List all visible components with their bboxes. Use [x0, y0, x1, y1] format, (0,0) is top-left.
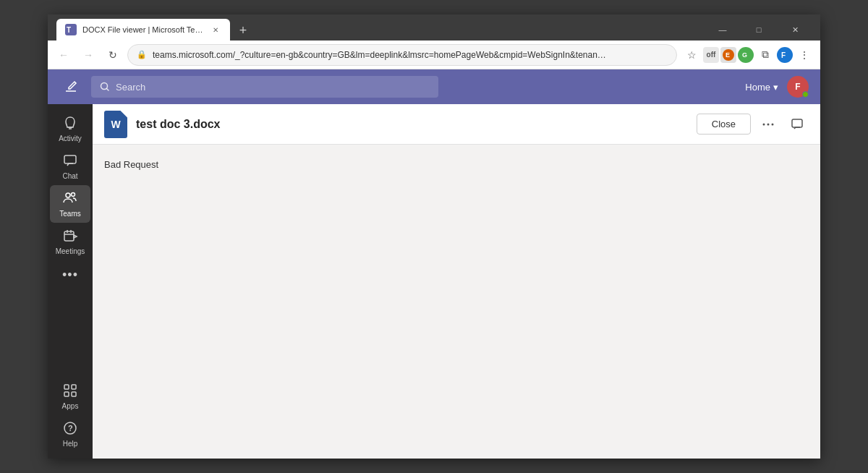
- extensions-button[interactable]: ⧉: [755, 45, 775, 65]
- back-button[interactable]: ←: [54, 45, 74, 65]
- home-button[interactable]: Home ▾: [745, 82, 778, 93]
- sidebar-teams-label: Teams: [59, 210, 80, 218]
- svg-text:E: E: [726, 51, 730, 59]
- window-controls: — □ ✕: [706, 19, 812, 41]
- sidebar-item-help[interactable]: ? Help: [50, 415, 90, 453]
- word-icon: W: [104, 111, 127, 138]
- svg-point-11: [72, 193, 75, 197]
- ext-icon-2[interactable]: E: [720, 47, 736, 63]
- document-actions: Close: [697, 113, 809, 136]
- chat-icon: [62, 153, 78, 171]
- document-body: Bad Request: [93, 145, 820, 459]
- document-header: W test doc 3.docx Close: [93, 104, 820, 145]
- teams-body: Activity Chat: [48, 104, 820, 459]
- sidebar-apps-label: Apps: [62, 402, 79, 410]
- meetings-icon: [62, 228, 78, 246]
- svg-rect-15: [64, 392, 69, 396]
- apps-icon: [62, 383, 78, 401]
- svg-rect-9: [64, 155, 76, 163]
- help-icon: ?: [62, 420, 78, 438]
- minimize-button[interactable]: —: [706, 19, 739, 41]
- search-bar[interactable]: Search: [91, 76, 438, 98]
- menu-button[interactable]: ⋮: [794, 45, 814, 65]
- svg-point-21: [772, 123, 774, 125]
- teams-content: W test doc 3.docx Close: [93, 104, 820, 459]
- sidebar-chat-label: Chat: [62, 172, 77, 180]
- sidebar-more-button[interactable]: •••: [50, 260, 90, 289]
- browser-toolbar: ← → ↻ 🔒 teams.microsoft.com/_?culture=en…: [48, 41, 820, 69]
- tab-favicon: T: [65, 24, 77, 35]
- maximize-button[interactable]: □: [742, 19, 775, 41]
- tab-close-button[interactable]: ✕: [210, 24, 221, 35]
- teams-header: Search Home ▾ F: [48, 69, 820, 104]
- svg-text:F: F: [781, 51, 786, 59]
- svg-point-20: [767, 123, 770, 125]
- ext-icon-3[interactable]: G: [738, 47, 754, 63]
- address-bar[interactable]: 🔒 teams.microsoft.com/_?culture=en-gb&co…: [127, 44, 677, 66]
- new-tab-button[interactable]: +: [233, 20, 253, 41]
- sidebar-activity-label: Activity: [59, 135, 82, 142]
- refresh-button[interactable]: ↻: [103, 45, 123, 65]
- tab-title: DOCX File viewer | Microsoft Tea…: [82, 25, 204, 34]
- sidebar-item-meetings[interactable]: Meetings: [50, 223, 90, 260]
- sidebar-help-label: Help: [63, 440, 78, 448]
- user-avatar[interactable]: F: [787, 76, 809, 98]
- svg-text:G: G: [742, 51, 747, 59]
- document-title: test doc 3.docx: [136, 118, 688, 131]
- compose-button[interactable]: [59, 75, 82, 98]
- lock-icon: 🔒: [137, 50, 147, 59]
- tab-bar: T DOCX File viewer | Microsoft Tea… ✕ + …: [48, 14, 820, 41]
- comment-button[interactable]: [786, 113, 809, 136]
- more-options-button[interactable]: [757, 113, 780, 136]
- status-indicator: [802, 91, 809, 98]
- svg-rect-13: [64, 385, 69, 389]
- svg-rect-16: [72, 392, 76, 396]
- close-document-button[interactable]: Close: [697, 114, 751, 135]
- teams-app: Search Home ▾ F: [48, 69, 820, 459]
- svg-text:T: T: [67, 26, 71, 34]
- forward-button[interactable]: →: [78, 45, 98, 65]
- sidebar-item-chat[interactable]: Chat: [50, 148, 90, 185]
- sidebar-meetings-label: Meetings: [56, 247, 85, 255]
- sidebar-item-teams[interactable]: Teams: [50, 185, 90, 223]
- svg-rect-14: [72, 385, 76, 389]
- sidebar-item-apps[interactable]: Apps: [50, 378, 90, 415]
- toolbar-icons: ☆ off E G ⧉ F ⋮: [681, 45, 814, 65]
- activity-icon: [62, 115, 78, 133]
- teams-sidebar: Activity Chat: [48, 104, 93, 459]
- svg-rect-12: [64, 231, 74, 241]
- ext-icon-1[interactable]: off: [703, 47, 719, 63]
- search-placeholder: Search: [116, 82, 145, 93]
- svg-text:?: ?: [68, 424, 73, 432]
- sidebar-item-activity[interactable]: Activity: [50, 110, 90, 148]
- close-window-button[interactable]: ✕: [778, 19, 812, 41]
- svg-point-19: [763, 123, 765, 125]
- svg-point-10: [66, 193, 70, 197]
- browser-chrome: T DOCX File viewer | Microsoft Tea… ✕ + …: [48, 14, 820, 69]
- bookmark-button[interactable]: ☆: [681, 45, 702, 65]
- url-text: teams.microsoft.com/_?culture=en-gb&coun…: [153, 50, 668, 60]
- browser-tab[interactable]: T DOCX File viewer | Microsoft Tea… ✕: [56, 19, 230, 41]
- error-message: Bad Request: [104, 156, 809, 173]
- teams-icon: [62, 190, 78, 208]
- browser-window: T DOCX File viewer | Microsoft Tea… ✕ + …: [48, 14, 820, 459]
- profile-icon[interactable]: F: [777, 47, 793, 63]
- svg-rect-22: [792, 119, 802, 127]
